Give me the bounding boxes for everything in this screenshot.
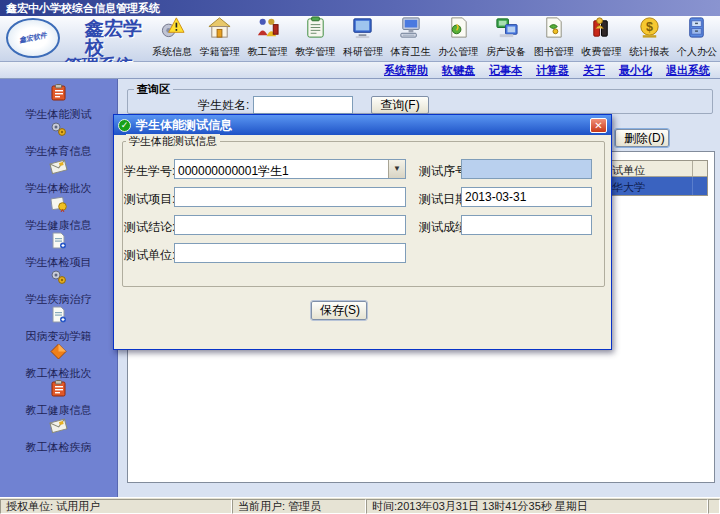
sidebar-item-label: 教工体检疾病 <box>26 440 92 455</box>
brand-logo: 鑫宏软件 <box>6 18 60 58</box>
doc-plus-icon <box>49 305 68 328</box>
toolbar-item-office-mgmt[interactable]: 办公管理 <box>438 15 478 60</box>
house-icon <box>207 15 232 44</box>
toolbar-item-label: 个人办公 <box>677 45 717 59</box>
toolbar-item-label: 教工管理 <box>247 45 287 59</box>
doc-plus-icon <box>49 231 68 254</box>
sidebar-item-student-fitness-test[interactable]: 学生体能测试 <box>0 83 117 120</box>
chevron-down-icon[interactable]: ▼ <box>388 160 405 178</box>
query-groupbox: 查询区 学生姓名: 查询(F) <box>127 82 713 114</box>
sidebar-item-student-health-info[interactable]: 学生健康信息 <box>0 194 117 231</box>
statusbar: 授权单位: 试用用户 当前用户: 管理员 时间:2013年03月31日 13时4… <box>0 497 720 514</box>
sidebar-item-student-sports-info[interactable]: 学生体育信息 <box>0 120 117 157</box>
toolbar-item-label: 办公管理 <box>438 45 478 59</box>
toolbar-item-library-mgmt[interactable]: 图书管理 <box>534 15 574 60</box>
toolbar-item-research-mgmt[interactable]: 科研管理 <box>343 15 383 60</box>
student-id-combobox[interactable]: 000000000001学生1 ▼ <box>174 159 406 179</box>
brand-line1: 鑫宏学校 <box>85 19 155 57</box>
computer-icon <box>398 15 423 44</box>
toolbar-item-personal-office[interactable]: 个人办公 <box>677 15 717 60</box>
gears-icon <box>49 268 68 291</box>
query-group-label: 查询区 <box>134 82 173 97</box>
dialog-title: 学生体能测试信息 <box>136 117 590 134</box>
dialog-group-label: 学生体能测试信息 <box>126 134 220 149</box>
toolbar-item-statistics-reports[interactable]: $ 统计报表 <box>629 15 669 60</box>
test-unit-label: 测试单位: <box>124 247 175 264</box>
envelope-icon <box>49 416 68 439</box>
test-seq-input[interactable] <box>461 159 592 179</box>
toolbar-item-staff-mgmt[interactable]: 教工管理 <box>247 15 287 60</box>
toolbar-item-student-records[interactable]: 学籍管理 <box>200 15 240 60</box>
delete-button[interactable]: 删除(D) <box>615 129 669 147</box>
student-name-label: 学生姓名: <box>198 97 249 114</box>
link-notepad[interactable]: 记事本 <box>489 63 522 78</box>
link-soft-keyboard[interactable]: 软键盘 <box>442 63 475 78</box>
link-exit-system[interactable]: 退出系统 <box>666 63 710 78</box>
link-system-help[interactable]: 系统帮助 <box>384 63 428 78</box>
toolbar-item-label: 统计报表 <box>629 45 669 59</box>
test-unit-input[interactable] <box>174 243 406 263</box>
toolbar-item-label: 体育卫生 <box>391 45 431 59</box>
dollar-icon: $ <box>637 15 662 44</box>
statusbar-time: 时间:2013年03月31日 13时41分35秒 星期日 <box>366 499 708 514</box>
dialog-titlebar[interactable]: ✓ 学生体能测试信息 ✕ <box>114 115 611 135</box>
diamond-icon <box>49 342 68 365</box>
test-conclusion-label: 测试结论: <box>124 219 175 236</box>
toolbar-item-sports-health[interactable]: 体育卫生 <box>391 15 431 60</box>
link-calculator[interactable]: 计算器 <box>536 63 569 78</box>
fitness-test-dialog: ✓ 学生体能测试信息 ✕ 学生体能测试信息 学生学号: 000000000001… <box>113 114 612 350</box>
sidebar: 学生体能测试 学生体育信息 学生体检批次 学生健康信息 学生体检项目 学生疾病治… <box>0 79 118 497</box>
window-titlebar: 鑫宏中小学校综合信息管理系统 <box>0 0 720 16</box>
grid-column-divider <box>692 177 693 195</box>
toolbar-item-label: 系统信息 <box>152 45 192 59</box>
toolbar-item-label: 学籍管理 <box>200 45 240 59</box>
test-conclusion-input[interactable] <box>174 215 406 235</box>
system-info-icon <box>160 15 185 44</box>
toolbar-item-system-info[interactable]: 系统信息 <box>152 15 192 60</box>
link-minimize[interactable]: 最小化 <box>619 63 652 78</box>
toolbar-item-teaching-mgmt[interactable]: 教学管理 <box>295 15 335 60</box>
cabinet-icon <box>684 15 709 44</box>
book-page-icon <box>541 15 566 44</box>
svg-text:$: $ <box>646 20 653 34</box>
sidebar-item-student-checkup-items[interactable]: 学生体检项目 <box>0 231 117 268</box>
toolbar-item-fees-mgmt[interactable]: 收费管理 <box>581 15 621 60</box>
page-leaf-icon <box>446 15 471 44</box>
link-about[interactable]: 关于 <box>583 63 605 78</box>
search-button[interactable]: 查询(F) <box>371 96 428 114</box>
toolbar-item-label: 科研管理 <box>343 45 383 59</box>
test-item-label: 测试项目: <box>124 191 175 208</box>
student-id-label: 学生学号: <box>124 163 175 180</box>
test-item-input[interactable] <box>174 187 406 207</box>
sidebar-item-staff-checkup-batch[interactable]: 教工体检批次 <box>0 342 117 379</box>
test-score-input[interactable] <box>461 215 592 235</box>
toolbar-item-label: 房产设备 <box>486 45 526 59</box>
clipboard-red-icon <box>49 83 68 106</box>
window-title: 鑫宏中小学校综合信息管理系统 <box>6 2 160 14</box>
test-date-input[interactable] <box>461 187 592 207</box>
gears-icon <box>49 120 68 143</box>
sidebar-item-student-disease-treatment[interactable]: 学生疾病治疗 <box>0 268 117 305</box>
close-icon[interactable]: ✕ <box>590 118 607 133</box>
clipboard-red-icon <box>49 379 68 402</box>
statusbar-grip <box>708 499 720 514</box>
sidebar-item-staff-checkup-disease[interactable]: 教工体检疾病 <box>0 416 117 453</box>
app-window: 鑫宏中小学校综合信息管理系统 鑫宏软件 鑫宏学校 管理系统 系统信息 学籍管理 … <box>0 0 720 514</box>
sidebar-item-illness-status-change[interactable]: 因病变动学籍 <box>0 305 117 342</box>
toolbar-item-property-equipment[interactable]: 房产设备 <box>486 15 526 60</box>
student-name-input[interactable] <box>253 96 353 114</box>
quicklinks-row: 系统帮助 软键盘 记事本 计算器 关于 最小化 退出系统 <box>0 62 720 79</box>
statusbar-current-user: 当前用户: 管理员 <box>232 499 366 514</box>
brand-logo-text: 鑫宏软件 <box>18 30 47 46</box>
card-badge-icon <box>49 194 68 217</box>
statusbar-license: 授权单位: 试用用户 <box>0 499 232 514</box>
check-icon: ✓ <box>118 119 131 132</box>
save-button[interactable]: 保存(S) <box>311 301 367 320</box>
sidebar-item-student-checkup-batch[interactable]: 学生体检批次 <box>0 157 117 194</box>
monitor-icon <box>350 15 375 44</box>
toolbar-item-label: 教学管理 <box>295 45 335 59</box>
grid-column-divider <box>692 161 693 176</box>
clipboard-icon <box>303 15 328 44</box>
sidebar-item-staff-health-info[interactable]: 教工健康信息 <box>0 379 117 416</box>
devices-icon <box>494 15 519 44</box>
